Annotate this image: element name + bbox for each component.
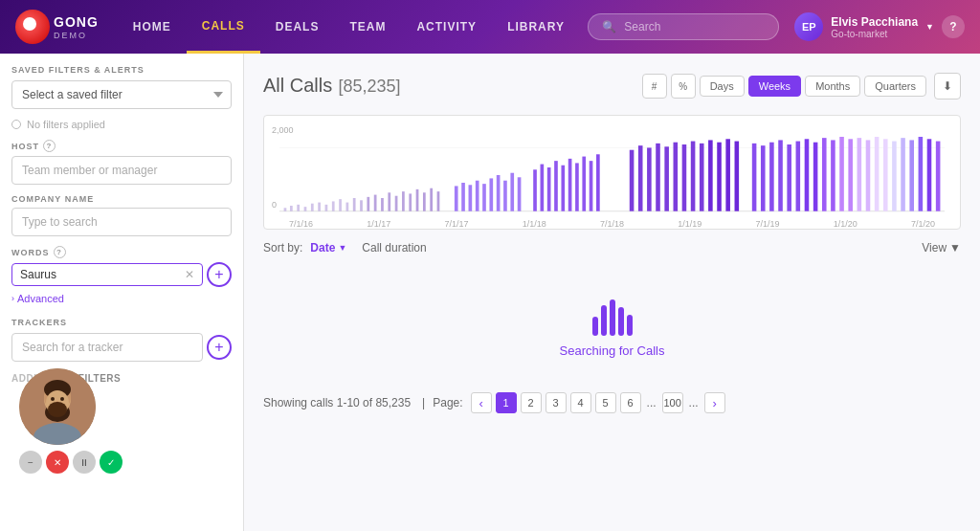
pause-button[interactable]: ⏸ bbox=[73, 451, 96, 474]
logo[interactable]: GONG DEMO bbox=[15, 10, 99, 44]
svg-rect-21 bbox=[339, 199, 342, 211]
svg-rect-68 bbox=[735, 142, 740, 211]
avatar-image bbox=[19, 368, 96, 445]
nav-item-activity[interactable]: ACTIVITY bbox=[401, 0, 492, 54]
svg-rect-53 bbox=[582, 157, 586, 211]
tracker-select[interactable]: Search for a tracker bbox=[11, 333, 203, 362]
pagination-dots: ... bbox=[647, 396, 657, 409]
page-last-button[interactable]: 100 bbox=[662, 392, 683, 413]
svg-rect-67 bbox=[725, 139, 730, 210]
company-input[interactable] bbox=[11, 208, 232, 236]
period-months-button[interactable]: Months bbox=[805, 76, 860, 97]
svg-rect-69 bbox=[752, 144, 757, 211]
view-button[interactable]: View ▼ bbox=[922, 241, 961, 254]
svg-rect-58 bbox=[647, 147, 652, 210]
page-3-button[interactable]: 3 bbox=[546, 392, 567, 413]
words-add-button[interactable]: + bbox=[207, 262, 232, 287]
x-label-1: 1/1/17 bbox=[367, 219, 390, 229]
close-button[interactable]: ✕ bbox=[46, 451, 69, 474]
download-button[interactable]: ⬇ bbox=[934, 73, 961, 100]
tracker-add-button[interactable]: + bbox=[207, 335, 232, 360]
svg-rect-13 bbox=[284, 208, 287, 210]
svg-rect-34 bbox=[430, 188, 433, 211]
svg-rect-80 bbox=[848, 139, 853, 210]
page-next-button[interactable]: › bbox=[704, 392, 725, 413]
pagination-dots-2: ... bbox=[689, 396, 699, 409]
host-input[interactable] bbox=[11, 156, 232, 185]
svg-rect-28 bbox=[388, 192, 390, 210]
chart-svg bbox=[279, 137, 945, 213]
host-info-icon[interactable]: ? bbox=[43, 140, 56, 152]
svg-rect-37 bbox=[461, 183, 465, 211]
page-2-button[interactable]: 2 bbox=[521, 392, 542, 413]
user-menu[interactable]: EP Elvis Pacchiana Go-to-market ▼ bbox=[794, 12, 934, 41]
sort-label: Sort by: bbox=[263, 241, 302, 254]
svg-rect-19 bbox=[325, 205, 328, 211]
chart-area: 2,000 0 bbox=[263, 115, 961, 230]
sidebar: SAVED FILTERS & ALERTS Select a saved fi… bbox=[0, 54, 244, 531]
page-4-button[interactable]: 4 bbox=[570, 392, 591, 413]
page-6-button[interactable]: 6 bbox=[620, 392, 641, 413]
svg-rect-63 bbox=[691, 142, 696, 211]
speaker-avatar: − ✕ ⏸ ✓ bbox=[19, 368, 122, 474]
page-prev-button[interactable]: ‹ bbox=[471, 392, 492, 413]
main-header: All Calls [85,235] # % Days Weeks Months… bbox=[263, 73, 961, 100]
nav-item-team[interactable]: TEAM bbox=[334, 0, 401, 54]
avatar: EP bbox=[794, 12, 823, 41]
svg-rect-77 bbox=[822, 138, 827, 211]
words-input[interactable] bbox=[20, 268, 181, 281]
svg-rect-29 bbox=[395, 196, 398, 211]
svg-rect-76 bbox=[813, 143, 818, 211]
svg-rect-61 bbox=[674, 143, 679, 211]
words-clear-button[interactable]: ✕ bbox=[185, 268, 194, 281]
svg-rect-24 bbox=[360, 200, 363, 210]
confirm-button[interactable]: ✓ bbox=[100, 451, 122, 474]
svg-rect-81 bbox=[858, 138, 862, 211]
saved-filter-select[interactable]: Select a saved filter bbox=[11, 80, 232, 109]
x-label-4: 7/1/18 bbox=[600, 219, 624, 229]
chevron-down-view-icon: ▼ bbox=[949, 241, 961, 254]
svg-rect-31 bbox=[409, 193, 412, 210]
search-input[interactable] bbox=[624, 20, 765, 33]
searching-area: Searching for Calls bbox=[263, 270, 961, 385]
advanced-link[interactable]: › Advanced bbox=[11, 293, 232, 304]
svg-rect-56 bbox=[630, 150, 635, 211]
help-button[interactable]: ? bbox=[942, 15, 965, 38]
page-1-button[interactable]: 1 bbox=[496, 392, 517, 413]
nav-item-calls[interactable]: CALLS bbox=[187, 0, 260, 54]
svg-rect-78 bbox=[831, 140, 835, 210]
svg-rect-17 bbox=[311, 204, 314, 211]
svg-rect-75 bbox=[805, 139, 810, 210]
search-bar[interactable]: 🔍 bbox=[588, 13, 779, 40]
page-5-button[interactable]: 5 bbox=[595, 392, 616, 413]
minimize-button[interactable]: − bbox=[19, 451, 42, 474]
x-label-3: 1/1/18 bbox=[523, 219, 546, 229]
sort-duration-button[interactable]: Call duration bbox=[362, 241, 426, 254]
period-days-button[interactable]: Days bbox=[700, 76, 745, 97]
period-quarters-button[interactable]: Quarters bbox=[864, 76, 926, 97]
svg-rect-57 bbox=[638, 145, 643, 211]
nav-item-deals[interactable]: DEALS bbox=[260, 0, 335, 54]
pagination-bar: Showing calls 1-10 of 85,235 | Page: ‹ 1… bbox=[263, 392, 961, 413]
svg-rect-40 bbox=[482, 184, 486, 211]
nav-item-home[interactable]: HOME bbox=[118, 0, 187, 54]
filter-dot bbox=[11, 120, 21, 129]
words-label: WORDS ? bbox=[11, 246, 232, 258]
sort-date-button[interactable]: Date ▼ bbox=[310, 241, 346, 254]
svg-rect-45 bbox=[518, 177, 522, 210]
search-icon: 🔍 bbox=[602, 20, 616, 33]
chart-x-labels: 7/1/16 1/1/17 7/1/17 1/1/18 7/1/18 1/1/1… bbox=[279, 219, 945, 229]
trackers-label: TRACKERS bbox=[11, 318, 232, 327]
nav-item-library[interactable]: LIBRARY bbox=[492, 0, 580, 54]
period-weeks-button[interactable]: Weeks bbox=[748, 76, 801, 97]
svg-rect-65 bbox=[708, 140, 713, 210]
svg-rect-88 bbox=[919, 137, 924, 211]
percent-button[interactable]: % bbox=[671, 74, 696, 99]
hash-button[interactable]: # bbox=[642, 74, 667, 99]
x-label-8: 7/1/20 bbox=[911, 219, 935, 229]
sort-bar: Sort by: Date ▼ Call duration View ▼ bbox=[263, 241, 961, 254]
words-info-icon[interactable]: ? bbox=[54, 246, 66, 258]
svg-rect-41 bbox=[489, 178, 493, 210]
host-label: HOST ? bbox=[11, 140, 232, 152]
svg-rect-48 bbox=[547, 167, 551, 211]
